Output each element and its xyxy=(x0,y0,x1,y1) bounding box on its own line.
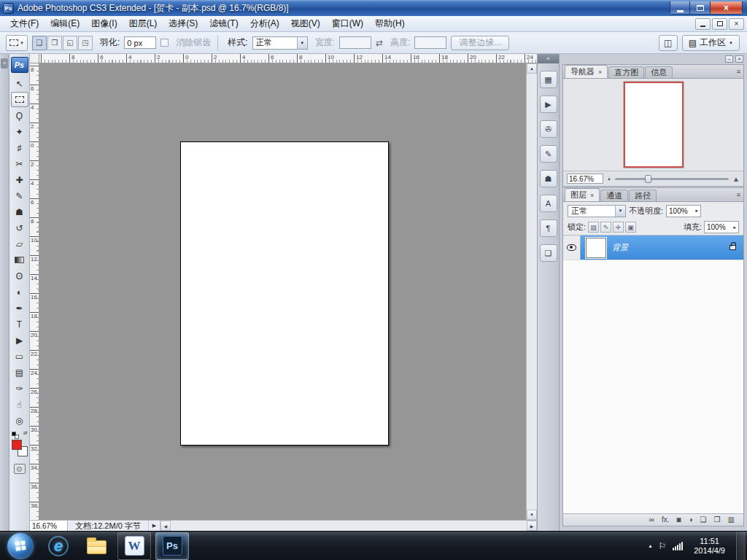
subtract-from-selection-button[interactable]: ◱ xyxy=(63,36,77,50)
move-tool[interactable]: ↖ xyxy=(11,76,28,91)
vertical-ruler[interactable]: 864202468101214161820222426283032343638 xyxy=(30,63,39,520)
opacity-input[interactable]: 100% ▸ xyxy=(666,205,701,217)
menu-item[interactable]: 图像(I) xyxy=(85,15,123,32)
width-input[interactable] xyxy=(339,36,371,49)
status-menu-button[interactable]: ▶ xyxy=(148,521,160,531)
tab-paths[interactable]: 路径 × xyxy=(629,190,657,201)
slider-popup-icon[interactable]: ▸ xyxy=(696,208,699,214)
zoom-level-field[interactable]: 16.67% xyxy=(30,521,68,531)
menu-item[interactable]: 滤镜(T) xyxy=(204,15,244,32)
new-group-button[interactable]: ❏ xyxy=(700,516,707,524)
hand-tool[interactable]: ☝ xyxy=(11,397,28,412)
healing-brush-tool[interactable]: ✚ xyxy=(11,172,28,187)
scroll-up-button[interactable]: ▲ xyxy=(527,63,537,74)
shape-tool[interactable]: ▭ xyxy=(11,349,28,364)
new-adjustment-layer-button[interactable]: ◑ xyxy=(689,516,693,524)
lock-pixels-icon[interactable]: ✎ xyxy=(600,222,611,233)
taskbar-internet-explorer-button[interactable]: e xyxy=(42,532,75,560)
menu-item[interactable]: 视图(V) xyxy=(285,15,326,32)
swap-dimensions-icon[interactable]: ⇄ xyxy=(376,38,383,48)
eyedropper-tool[interactable]: ✑ xyxy=(11,381,28,396)
start-button[interactable] xyxy=(7,533,34,559)
paragraph-panel-button[interactable]: ¶ xyxy=(540,219,557,237)
tab-info[interactable]: 信息 × xyxy=(645,66,673,78)
canvas-viewport[interactable] xyxy=(39,63,526,520)
fill-input[interactable]: 100% ▸ xyxy=(704,221,739,233)
dock-close-button[interactable]: × xyxy=(735,55,743,63)
quick-mask-button[interactable] xyxy=(14,464,26,474)
menu-item[interactable]: 文件(F) xyxy=(4,15,44,32)
new-layer-button[interactable]: ❐ xyxy=(714,516,721,524)
actions-panel-button[interactable]: ▶ xyxy=(540,96,557,113)
menu-item[interactable]: 图层(L) xyxy=(123,15,163,32)
add-layer-mask-button[interactable]: ◙ xyxy=(677,516,681,524)
refine-edge-button[interactable]: 调整边缘... xyxy=(451,36,509,50)
lock-transparency-icon[interactable]: ▨ xyxy=(588,222,599,233)
menu-item[interactable]: 帮助(H) xyxy=(369,15,411,32)
zoom-in-icon[interactable]: ▲ xyxy=(732,175,740,183)
panel-menu-icon[interactable]: ≡ xyxy=(737,68,740,75)
taskbar-photoshop-button[interactable]: Ps xyxy=(155,532,189,560)
layer-style-button[interactable]: fx. xyxy=(662,516,670,524)
brushes-panel-button[interactable]: ✎ xyxy=(540,145,557,163)
panel-menu-icon[interactable]: ≡ xyxy=(737,191,740,198)
taskbar-clock[interactable]: 11:51 2014/4/9 xyxy=(689,537,729,556)
ruler-origin-corner[interactable] xyxy=(30,54,39,63)
type-tool[interactable]: T xyxy=(11,316,28,332)
add-to-selection-button[interactable]: ❒ xyxy=(47,36,62,50)
eraser-tool[interactable]: ▱ xyxy=(11,236,28,252)
collapse-dock-button[interactable]: « xyxy=(538,54,559,63)
scrollbar-track[interactable] xyxy=(527,74,537,510)
zoom-slider-thumb[interactable] xyxy=(645,175,651,183)
menu-item[interactable]: 窗口(W) xyxy=(326,15,369,32)
height-input[interactable] xyxy=(414,36,446,49)
zoom-out-icon[interactable]: ▲ xyxy=(607,176,611,181)
brush-tool[interactable]: ✎ xyxy=(11,188,28,203)
layer-row[interactable]: 背景 xyxy=(563,236,743,260)
document-canvas[interactable] xyxy=(180,141,389,446)
document-minimize-button[interactable] xyxy=(695,18,711,30)
tab-layers[interactable]: 图层 × xyxy=(565,188,600,201)
blur-tool[interactable]: ʘ xyxy=(11,268,28,284)
network-icon[interactable] xyxy=(673,542,683,551)
tab-histogram[interactable]: 直方图 × xyxy=(608,66,644,78)
clone-source-panel-button[interactable]: ☗ xyxy=(540,170,557,187)
link-layers-button[interactable]: ∞ xyxy=(649,516,654,524)
horizontal-scrollbar[interactable]: ◀ ▶ xyxy=(160,521,537,531)
lock-position-icon[interactable]: ✛ xyxy=(613,222,624,233)
antialias-checkbox[interactable] xyxy=(160,39,169,47)
crop-tool[interactable]: ♯ xyxy=(11,140,28,155)
blend-mode-select[interactable]: 正常 ▼ xyxy=(568,205,626,217)
document-restore-button[interactable] xyxy=(712,18,727,30)
gradient-tool[interactable] xyxy=(11,252,28,268)
menu-item[interactable]: 选择(S) xyxy=(163,15,204,32)
maximize-button[interactable] xyxy=(690,1,711,15)
layer-comps-panel-button[interactable]: ❏ xyxy=(540,244,557,262)
intersect-selection-button[interactable]: ◳ xyxy=(78,36,93,50)
tray-expand-icon[interactable]: ▴ xyxy=(649,542,651,549)
tab-close-icon[interactable]: × xyxy=(590,192,594,199)
workspace-button[interactable]: ▤ 工作区 ▼ xyxy=(682,35,740,51)
history-brush-tool[interactable]: ↺ xyxy=(11,220,28,236)
zoom-tool[interactable]: ◎ xyxy=(11,413,28,428)
scroll-left-button[interactable]: ◀ xyxy=(160,521,171,531)
delete-layer-button[interactable]: ▥ xyxy=(728,516,735,524)
path-selection-tool[interactable]: ▶ xyxy=(11,332,28,348)
tool-preset-picker[interactable]: ▼ xyxy=(6,35,28,51)
pen-tool[interactable]: ✒ xyxy=(11,300,28,316)
foreground-color-swatch[interactable] xyxy=(12,440,22,450)
taskbar-word-button[interactable]: W xyxy=(117,532,151,560)
vertical-scrollbar[interactable]: ▲ ▼ xyxy=(526,63,537,520)
dock-minimize-button[interactable]: – xyxy=(725,55,733,63)
lock-all-icon[interactable]: ▣ xyxy=(625,222,636,233)
tab-navigator[interactable]: 导航器 × xyxy=(565,65,608,78)
style-select[interactable]: 正常 ▼ xyxy=(252,36,308,50)
action-center-icon[interactable]: ⚐ xyxy=(658,541,666,551)
tab-close-icon[interactable]: × xyxy=(598,69,602,76)
slice-tool[interactable]: ✂ xyxy=(11,156,28,171)
navigator-zoom-input[interactable]: 16.67% xyxy=(567,174,603,184)
navigator-proxy-view[interactable] xyxy=(624,82,684,168)
go-to-bridge-button[interactable]: ◫ xyxy=(659,35,678,51)
lasso-tool[interactable]: Ϙ xyxy=(11,108,28,123)
default-colors-icon[interactable] xyxy=(12,432,16,436)
